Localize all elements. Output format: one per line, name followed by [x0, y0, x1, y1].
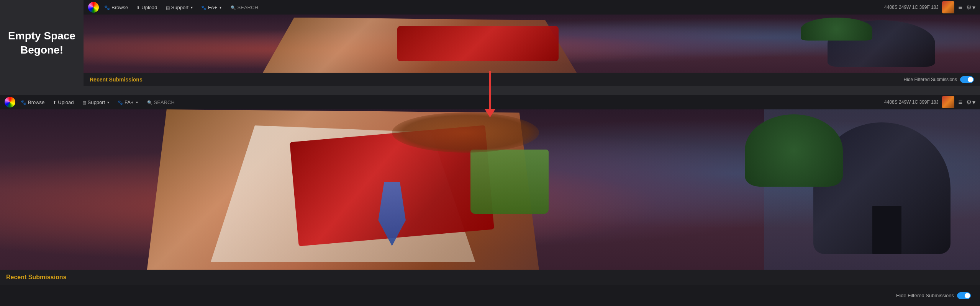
banner-top [84, 15, 980, 73]
paw-icon-bottom [21, 99, 26, 105]
support-nav-item-bottom[interactable]: Support [79, 98, 113, 107]
menu-button-bottom[interactable]: ≡ [958, 98, 962, 106]
bottom-section: Browse Upload Support FA+ SEARCH 4408S 2… [0, 95, 980, 306]
fa-plus-icon-bottom [118, 99, 123, 105]
support-icon-bottom [82, 99, 86, 105]
fa-plus-nav-item-bottom[interactable]: FA+ [115, 98, 141, 107]
upload-nav-item[interactable]: Upload [133, 3, 160, 12]
hide-filtered-top: Hide Filtered Submissions [904, 76, 974, 83]
recent-submissions-title-top: Recent Submissions [90, 76, 143, 83]
banner-art-bottom [0, 109, 980, 270]
recent-submissions-bar-top: Recent Submissions Hide Filtered Submiss… [84, 73, 980, 86]
nav-right-bottom: 4408S 249W 1C 399F 18J ≡ ⚙▾ [884, 96, 975, 108]
fa-logo-bottom[interactable] [5, 97, 15, 107]
plant-top [801, 18, 872, 41]
support-nav-item[interactable]: Support [163, 3, 196, 12]
avatar-bottom[interactable] [942, 96, 954, 108]
plant-bottom [745, 114, 843, 187]
nav-stats-bottom: 4408S 249W 1C 399F 18J [884, 99, 938, 105]
search-nav-item-bottom[interactable]: SEARCH [143, 98, 179, 107]
browse-nav-item-bottom[interactable]: Browse [18, 98, 48, 107]
hide-filtered-bottom: Hide Filtered Submissions [896, 292, 971, 299]
hide-filtered-toggle-bottom[interactable] [957, 292, 971, 299]
upload-icon [136, 5, 140, 10]
banner-bottom [0, 109, 980, 270]
arrow-shaft [489, 71, 491, 109]
coffee-cup-bottom [470, 150, 549, 214]
settings-button-top[interactable]: ⚙▾ [966, 4, 975, 11]
nav-right: 4408S 249W 1C 399F 18J ≡ ⚙▾ [884, 1, 975, 13]
status-bar-bottom: Hide Filtered Submissions [0, 285, 980, 306]
settings-button-bottom[interactable]: ⚙▾ [966, 99, 975, 106]
avatar-top[interactable] [942, 1, 954, 13]
recent-submissions-bar-bottom: Recent Submissions [0, 270, 980, 285]
banner-art-top [84, 15, 980, 73]
fa-plus-icon [201, 5, 206, 10]
browse-nav-item[interactable]: Browse [101, 3, 131, 12]
book-top [397, 26, 559, 61]
arrow-head [485, 109, 495, 117]
search-icon-bottom [147, 99, 152, 105]
recent-submissions-title-bottom: Recent Submissions [6, 274, 66, 281]
hide-filtered-toggle-top[interactable] [960, 76, 974, 83]
headphones-cable [872, 206, 902, 254]
autumn-leaves [392, 112, 539, 153]
upload-nav-item-bottom[interactable]: Upload [50, 98, 77, 107]
navbar-top: Browse Upload Support FA+ SEARCH 4408S 2… [84, 0, 980, 15]
arrow-indicator [485, 71, 495, 117]
support-icon [166, 5, 170, 10]
search-nav-item[interactable]: SEARCH [227, 3, 262, 12]
nav-stats: 4408S 249W 1C 399F 18J [884, 5, 938, 10]
upload-icon-bottom [53, 99, 56, 105]
empty-space-label: Empty Space Begone! [8, 29, 75, 57]
fa-plus-nav-item[interactable]: FA+ [198, 3, 225, 12]
left-sidebar-top: Empty Space Begone! [0, 0, 84, 86]
paw-icon [104, 5, 110, 10]
menu-button-top[interactable]: ≡ [958, 3, 962, 11]
search-icon [231, 5, 236, 10]
fa-logo[interactable] [88, 2, 99, 13]
